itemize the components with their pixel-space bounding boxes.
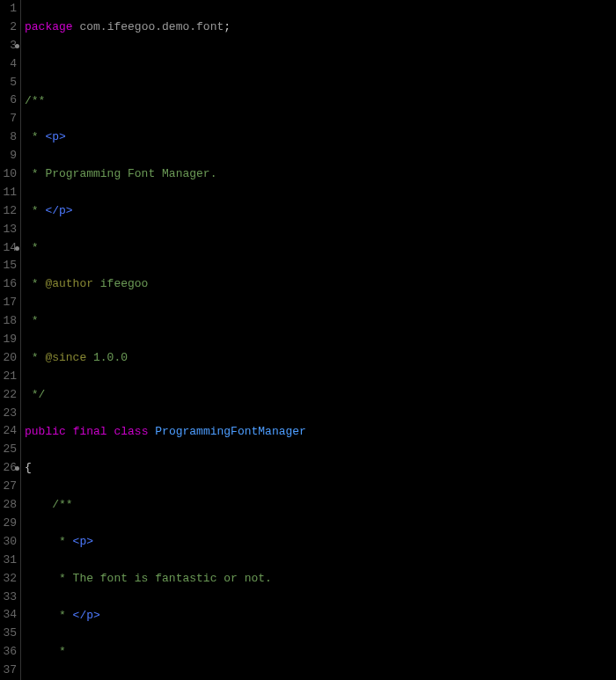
line-number: 26: [2, 459, 17, 478]
class-name: ProgrammingFontManager: [155, 425, 306, 438]
code-line: */: [25, 386, 532, 405]
code-line: *: [25, 239, 532, 258]
keyword-class: class: [114, 425, 148, 438]
line-number: 8: [2, 128, 17, 147]
line-number: 30: [2, 533, 17, 552]
keyword-public: public: [25, 425, 66, 438]
line-number: 18: [2, 312, 17, 331]
line-number: 20: [2, 349, 17, 368]
code-line: * <p>: [25, 128, 532, 147]
line-number: 13: [2, 221, 17, 239]
line-number: 7: [2, 110, 17, 128]
html-tag: </p>: [45, 204, 72, 217]
line-number: 2: [2, 18, 17, 37]
line-number: 29: [2, 515, 17, 533]
line-number: 28: [2, 496, 17, 515]
keyword-final: final: [73, 425, 107, 438]
code-line: *: [25, 643, 532, 662]
keyword-package: package: [25, 20, 73, 33]
javadoc-text: Programming Font Manager.: [45, 167, 216, 180]
code-line: * </p>: [25, 202, 532, 221]
line-number: 25: [2, 441, 17, 459]
line-number: 4: [2, 55, 17, 74]
javadoc-close: */: [25, 388, 45, 401]
code-line: public final class ProgrammingFontManage…: [25, 423, 532, 442]
code-line: * </p>: [25, 607, 532, 625]
javadoc-tag: @since: [45, 351, 86, 364]
line-number: 21: [2, 368, 17, 386]
line-number: 24: [2, 422, 17, 441]
line-number: 12: [2, 202, 17, 221]
code-line: * Programming Font Manager.: [25, 165, 532, 184]
code-line: * @author ifeegoo: [25, 275, 532, 294]
code-line: * @since 1.0.0: [25, 349, 532, 368]
package-path: com.ifeegoo.demo.font: [79, 20, 224, 33]
line-number: 33: [2, 589, 17, 607]
line-number: 16: [2, 275, 17, 294]
code-line: /**: [25, 496, 532, 515]
html-tag: <p>: [73, 535, 93, 548]
line-number: 14: [2, 239, 17, 258]
code-line: * The font is fantastic or not.: [25, 570, 532, 589]
javadoc-tag: @author: [45, 277, 93, 290]
line-number: 1: [2, 0, 17, 18]
line-number: 23: [2, 405, 17, 423]
javadoc-open: /**: [25, 498, 73, 511]
code-line: /**: [25, 92, 532, 111]
line-number: 10: [2, 165, 17, 184]
code-line: {: [25, 459, 532, 478]
line-number: 22: [2, 386, 17, 405]
code-line: [25, 55, 532, 74]
line-number-gutter: 1234567891011121314151617181920212223242…: [0, 0, 21, 680]
code-editor[interactable]: package com.ifeegoo.demo.font; /** * <p>…: [21, 0, 532, 680]
code-line: package com.ifeegoo.demo.font;: [25, 18, 532, 37]
line-number: 32: [2, 570, 17, 589]
line-number: 9: [2, 147, 17, 165]
line-number: 15: [2, 257, 17, 275]
code-line: *: [25, 312, 532, 331]
line-number: 6: [2, 91, 17, 110]
javadoc-text: The font is fantastic or not.: [73, 572, 272, 585]
line-number: 35: [2, 625, 17, 643]
line-number: 31: [2, 552, 17, 570]
line-number: 27: [2, 478, 17, 496]
line-number: 3: [2, 37, 17, 55]
html-tag: <p>: [45, 130, 65, 143]
line-number: 5: [2, 74, 17, 92]
html-tag: </p>: [73, 609, 100, 622]
line-number: 34: [2, 606, 17, 625]
code-line: * <p>: [25, 533, 532, 552]
line-number: 11: [2, 184, 17, 202]
javadoc-open: /**: [25, 94, 45, 107]
line-number: 17: [2, 294, 17, 312]
line-number: 19: [2, 331, 17, 349]
line-number: 36: [2, 643, 17, 662]
line-number: 37: [2, 662, 17, 680]
